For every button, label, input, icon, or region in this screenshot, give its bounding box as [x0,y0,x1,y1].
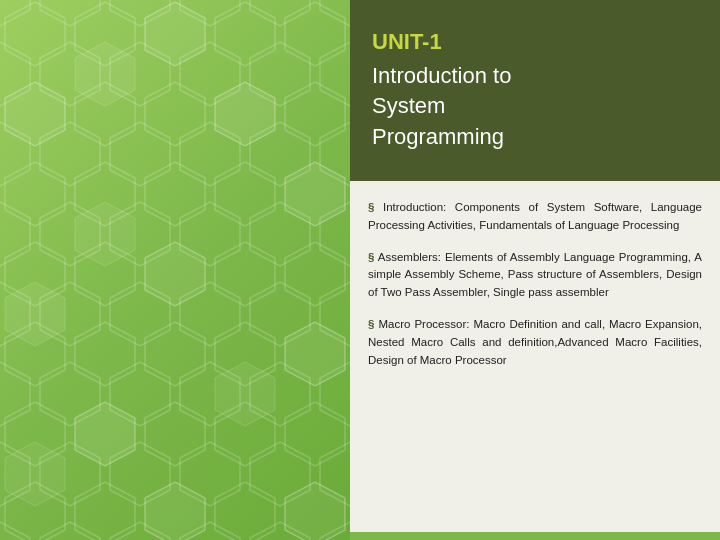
bullet-text-1: Introduction: Components of System Softw… [368,201,702,231]
bullet-marker-1: § [368,201,374,213]
bottom-bar [350,532,720,540]
title-text: Introduction to System Programming [372,61,698,153]
bullet-item-1: § Introduction: Components of System Sof… [368,199,702,235]
bullet-item-3: § Macro Processor: Macro Definition and … [368,316,702,369]
bullet-text-3: Macro Processor: Macro Definition and ca… [368,318,702,366]
title-section: UNIT-1 Introduction to System Programmin… [350,0,720,181]
bullet-text-2: Assemblers: Elements of Assembly Languag… [368,251,702,299]
hex-pattern [0,0,375,540]
unit-label: UNIT-1 [372,28,698,57]
bullet-marker-2: § [368,251,374,263]
body-section: § Introduction: Components of System Sof… [350,181,720,532]
bullet-item-2: § Assemblers: Elements of Assembly Langu… [368,249,702,302]
title-line3: Programming [372,124,504,149]
title-line1: Introduction to [372,63,511,88]
title-line2: System [372,93,445,118]
bullet-marker-3: § [368,318,374,330]
content-panel: UNIT-1 Introduction to System Programmin… [350,0,720,540]
page-background: UNIT-1 Introduction to System Programmin… [0,0,720,540]
